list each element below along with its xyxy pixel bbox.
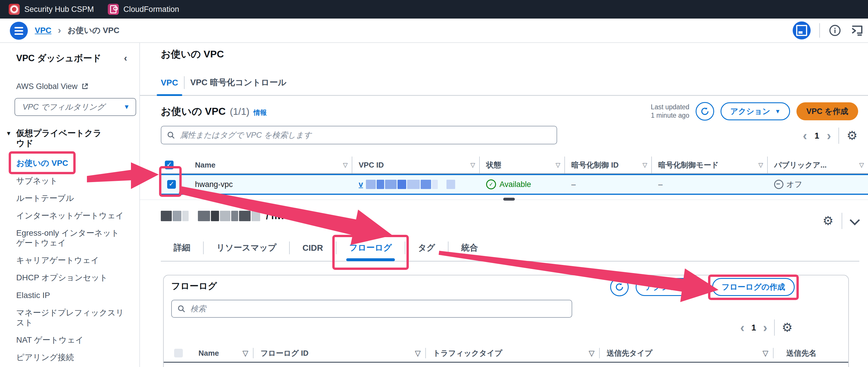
- gear-icon[interactable]: ⚙: [782, 322, 793, 334]
- favorite-cloudformation[interactable]: CloudFormation: [108, 4, 179, 15]
- filter-icon[interactable]: ▽: [859, 161, 864, 169]
- refresh-button[interactable]: [610, 278, 629, 296]
- column-header-destination-name[interactable]: 送信先名: [786, 348, 816, 358]
- sidebar-item-your-vpcs[interactable]: お使いの VPC: [0, 154, 140, 172]
- sidebar-item-label: ピアリング接続: [16, 353, 74, 362]
- column-header-encryption-mode[interactable]: 暗号化制御モード: [658, 160, 719, 170]
- column-header-name[interactable]: Name: [198, 349, 219, 358]
- tab-integrations[interactable]: 統合: [448, 239, 491, 257]
- filter-icon[interactable]: ▽: [758, 161, 763, 169]
- sidebar-item-internet-gateways[interactable]: インターネットゲートウェイ: [0, 207, 140, 224]
- cell-vpc-id: v: [352, 180, 480, 189]
- header-utilities: [793, 19, 868, 42]
- select-all-checkbox[interactable]: [165, 161, 174, 169]
- page-next-icon[interactable]: ›: [763, 321, 768, 334]
- sidebar-item-label: インターネットゲートウェイ: [16, 211, 124, 220]
- search-icon: [177, 304, 186, 313]
- vpc-list-title: お使いの VPC (1/1) 情報: [161, 105, 267, 118]
- column-header-state[interactable]: 状態: [486, 160, 501, 170]
- split-panel-drag-handle[interactable]: [503, 198, 515, 201]
- pager-divider: [774, 319, 775, 336]
- vpc-search-input[interactable]: [179, 130, 551, 140]
- sidebar-item-carrier-gateways[interactable]: キャリアゲートウェイ: [0, 252, 140, 269]
- filter-icon[interactable]: ▽: [556, 161, 560, 169]
- sidebar-title: VPC ダッシュボード: [16, 53, 101, 64]
- tab-details[interactable]: 詳細: [161, 239, 203, 257]
- last-updated-line2: 1 minute ago: [651, 111, 689, 120]
- aws-global-view-link[interactable]: AWS Global View: [16, 82, 140, 91]
- refresh-button[interactable]: [695, 102, 714, 121]
- sidebar-item-dhcp-option-sets[interactable]: DHCP オプションセット: [0, 269, 140, 286]
- info-link[interactable]: 情報: [253, 108, 267, 117]
- sidebar-item-nat-gateways[interactable]: NAT ゲートウェイ: [0, 331, 140, 349]
- page-title: お使いの VPC: [161, 48, 224, 61]
- tab-vpc[interactable]: VPC: [155, 70, 184, 95]
- gear-icon[interactable]: ⚙: [846, 130, 858, 142]
- filter-icon[interactable]: ▽: [589, 349, 594, 358]
- column-header-encryption-id[interactable]: 暗号化制御 ID: [571, 160, 619, 170]
- filter-icon[interactable]: ▽: [243, 349, 248, 358]
- column-header-flow-log-id[interactable]: フローログ ID: [260, 348, 309, 358]
- column-header-public-access[interactable]: パブリックア...: [774, 160, 827, 170]
- vpc-search-box[interactable]: [161, 126, 557, 144]
- filter-icon[interactable]: ▽: [470, 161, 475, 169]
- row-checkbox[interactable]: [167, 180, 176, 189]
- tab-flow-logs[interactable]: フローログ: [336, 239, 405, 257]
- sidebar-section-virtual-private-cloud[interactable]: ▼ 仮想プライベートクラウド: [6, 128, 140, 148]
- page-number[interactable]: 1: [815, 131, 819, 141]
- tab-label: リソースマップ: [216, 242, 276, 254]
- sidebar-item-subnets[interactable]: サブネット: [0, 172, 140, 190]
- gear-icon[interactable]: ⚙: [823, 215, 834, 227]
- flow-logs-actions-dropdown-button[interactable]: アクション ▼: [636, 278, 705, 296]
- page-prev-icon[interactable]: ‹: [740, 321, 745, 334]
- page-prev-icon[interactable]: ‹: [803, 129, 807, 142]
- vpc-table-row[interactable]: hwang-vpc v ✓Available – – オフ: [161, 174, 868, 195]
- page-next-icon[interactable]: ›: [827, 129, 831, 142]
- vpc-id-link[interactable]: v: [359, 180, 363, 189]
- split-panel-icon: [796, 25, 807, 36]
- aws-console-screen: Security Hub CSPM CloudFormation VPC › お…: [0, 0, 868, 367]
- header-divider: [819, 23, 820, 38]
- cell-encryption-mode: –: [652, 180, 768, 189]
- hamburger-menu-button[interactable]: [10, 22, 28, 40]
- flow-logs-search-input[interactable]: [190, 304, 566, 314]
- sidebar-collapse-icon[interactable]: ‹: [124, 53, 127, 63]
- page-number[interactable]: 1: [751, 323, 756, 333]
- actions-dropdown-button[interactable]: アクション ▼: [720, 102, 790, 120]
- sidebar-item-egress-only-gateways[interactable]: Egress-only インターネットゲートウェイ: [0, 224, 140, 252]
- vpc-filter-select[interactable]: VPC でフィルタリング ▼: [14, 98, 136, 116]
- status-available: ✓Available: [486, 179, 531, 189]
- sidebar-item-label: マネージドプレフィックスリスト: [16, 308, 124, 327]
- favorite-security-hub[interactable]: Security Hub CSPM: [9, 4, 94, 15]
- filter-icon[interactable]: ▽: [763, 349, 768, 358]
- redacted-vpc-id-title: [161, 211, 260, 221]
- info-icon[interactable]: [829, 24, 841, 37]
- filter-icon[interactable]: ▽: [415, 349, 421, 358]
- filter-icon[interactable]: ▽: [343, 161, 348, 169]
- column-header-traffic-type[interactable]: トラフィックタイプ: [433, 348, 502, 358]
- tab-vpc-encryption-control[interactable]: VPC 暗号化コントロール: [185, 70, 292, 95]
- tab-cidr[interactable]: CIDR: [290, 239, 336, 257]
- tab-label: タグ: [418, 242, 435, 254]
- create-vpc-button[interactable]: VPC を作成: [797, 102, 858, 120]
- tab-label: 統合: [461, 242, 478, 254]
- split-panel-toggle-button[interactable]: [793, 22, 811, 39]
- tab-resource-map[interactable]: リソースマップ: [204, 239, 289, 257]
- flow-logs-pagination: ‹ 1 › ⚙: [740, 319, 793, 336]
- filter-icon[interactable]: ▽: [643, 161, 647, 169]
- sidebar-item-managed-prefix-lists[interactable]: マネージドプレフィックスリスト: [0, 304, 140, 331]
- column-header-destination-type[interactable]: 送信先タイプ: [607, 348, 652, 358]
- column-header-name[interactable]: Name: [195, 161, 216, 170]
- breadcrumb-vpc-link[interactable]: VPC: [35, 26, 52, 35]
- active-tab-underline: [157, 94, 182, 96]
- breadcrumb-bar: VPC › お使いの VPC: [0, 19, 868, 43]
- cloudshell-terminal-icon[interactable]: [850, 24, 864, 37]
- tab-tags[interactable]: タグ: [405, 239, 448, 257]
- flow-logs-search-box[interactable]: [171, 300, 572, 318]
- collapse-panel-chevron-icon[interactable]: [850, 215, 860, 225]
- column-header-vpc-id[interactable]: VPC ID: [359, 161, 384, 170]
- create-flow-log-button[interactable]: フローログの作成: [712, 278, 795, 296]
- sidebar-item-peering-connections[interactable]: ピアリング接続: [0, 349, 140, 366]
- sidebar-item-elastic-ip[interactable]: Elastic IP: [0, 287, 140, 304]
- sidebar-item-route-tables[interactable]: ルートテーブル: [0, 190, 140, 207]
